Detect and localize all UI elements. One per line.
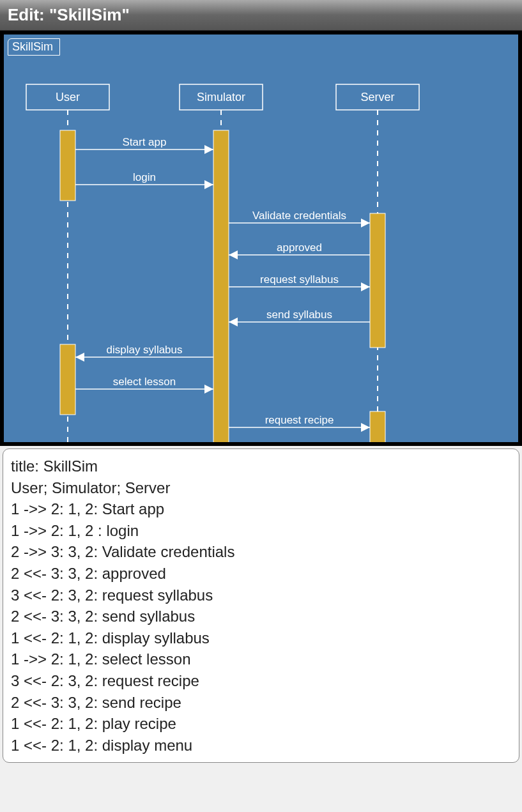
svg-marker-36 (204, 385, 213, 394)
svg-text:approved: approved (277, 241, 322, 254)
svg-text:login: login (133, 171, 156, 183)
svg-text:Validate credentials: Validate credentials (252, 210, 346, 222)
svg-marker-24 (229, 250, 238, 259)
svg-rect-10 (213, 130, 229, 442)
svg-marker-33 (75, 353, 84, 362)
svg-text:User: User (56, 91, 80, 103)
svg-text:Start app: Start app (123, 136, 167, 148)
svg-text:Server: Server (360, 91, 394, 103)
diagram-tab-label: SkillSim (12, 40, 53, 53)
svg-text:request syllabus: request syllabus (260, 273, 339, 286)
svg-rect-12 (60, 344, 75, 415)
svg-marker-21 (361, 218, 370, 227)
svg-text:Simulator: Simulator (197, 91, 245, 103)
svg-text:display syllabus: display syllabus (106, 344, 182, 356)
code-text[interactable]: title: SkillSim User; Simulator; Server … (11, 457, 234, 754)
svg-text:send syllabus: send syllabus (266, 309, 332, 321)
svg-marker-39 (361, 423, 370, 432)
diagram-panel[interactable]: SkillSim UserSimulatorServerStart applog… (0, 31, 522, 446)
svg-marker-30 (229, 318, 238, 326)
svg-rect-13 (370, 411, 385, 442)
code-editor[interactable]: title: SkillSim User; Simulator; Server … (3, 448, 519, 763)
svg-rect-11 (370, 213, 385, 348)
svg-marker-18 (204, 180, 213, 189)
svg-marker-15 (204, 145, 213, 154)
window-title: Edit: "SkillSim" (8, 5, 130, 24)
sequence-diagram: UserSimulatorServerStart apploginValidat… (4, 34, 518, 442)
svg-marker-27 (361, 282, 370, 291)
diagram-tab: SkillSim (8, 38, 60, 56)
svg-text:request recipe: request recipe (265, 414, 334, 426)
svg-rect-9 (60, 130, 75, 201)
window-titlebar: Edit: "SkillSim" (0, 0, 522, 31)
svg-text:select lesson: select lesson (113, 376, 176, 388)
